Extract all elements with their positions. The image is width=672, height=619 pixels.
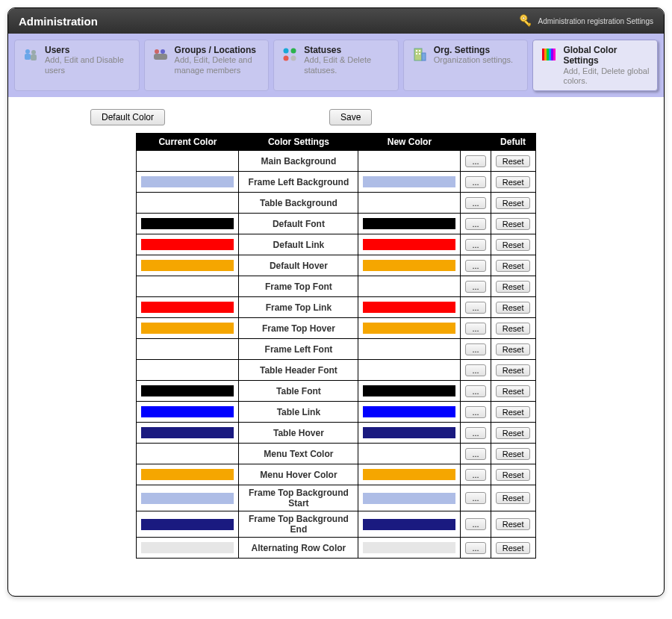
color-picker-button[interactable]: ... (465, 406, 485, 418)
new-color-cell (358, 255, 461, 276)
color-picker-button[interactable]: ... (465, 448, 485, 460)
pick-cell: ... (461, 464, 491, 485)
svg-point-9 (161, 49, 165, 54)
th-new: New Color (358, 134, 461, 151)
color-picker-button[interactable]: ... (465, 176, 485, 188)
color-setting-label: Table Link (239, 402, 358, 423)
tab-users-title: Users (45, 45, 133, 55)
new-color-swatch (363, 323, 455, 334)
reset-button[interactable]: Reset (496, 260, 531, 272)
color-picker-button[interactable]: ... (465, 364, 485, 376)
reset-button[interactable]: Reset (496, 343, 531, 355)
color-picker-button[interactable]: ... (465, 427, 485, 439)
svg-rect-7 (31, 55, 37, 60)
reset-button[interactable]: Reset (496, 492, 531, 504)
current-color-swatch (141, 260, 234, 271)
reset-button[interactable]: Reset (496, 197, 531, 209)
reset-cell: Reset (491, 485, 535, 511)
svg-rect-19 (419, 53, 420, 55)
reset-button[interactable]: Reset (496, 385, 531, 397)
save-button[interactable]: Save (329, 109, 372, 125)
svg-point-13 (284, 56, 289, 61)
reset-button[interactable]: Reset (496, 281, 531, 293)
reset-button[interactable]: Reset (496, 302, 531, 314)
reset-button[interactable]: Reset (496, 406, 531, 418)
building-icon (410, 45, 429, 64)
current-color-cell (137, 444, 239, 464)
current-color-cell (137, 234, 239, 255)
table-row: Frame Top Background Start...Reset (137, 485, 535, 511)
new-color-swatch (363, 302, 455, 313)
tab-org-sub: Organization settings. (434, 55, 522, 65)
reset-button[interactable]: Reset (496, 176, 531, 188)
color-picker-button[interactable]: ... (465, 343, 485, 355)
color-picker-button[interactable]: ... (465, 469, 485, 481)
color-picker-button[interactable]: ... (465, 323, 485, 335)
reset-button[interactable]: Reset (496, 518, 531, 530)
action-button-row: Default Color Save (90, 109, 649, 125)
new-color-swatch (363, 519, 455, 530)
color-picker-button[interactable]: ... (465, 492, 485, 504)
current-color-cell (137, 193, 239, 214)
current-color-cell (137, 255, 239, 276)
current-color-cell (137, 511, 239, 538)
reset-button[interactable]: Reset (496, 323, 531, 335)
pick-cell: ... (461, 511, 491, 538)
current-color-swatch (141, 493, 234, 504)
new-color-cell (358, 444, 461, 464)
reset-button[interactable]: Reset (496, 218, 531, 230)
svg-rect-25 (551, 49, 553, 60)
color-picker-button[interactable]: ... (465, 260, 485, 272)
current-color-cell (137, 402, 239, 423)
color-picker-button[interactable]: ... (465, 197, 485, 209)
tab-global-colors[interactable]: Global Color Settings Add, Edit, Delete … (532, 40, 658, 91)
tab-users[interactable]: Users Add, Edit and Disable users (14, 40, 140, 91)
reset-button[interactable]: Reset (496, 364, 531, 376)
color-picker-button[interactable]: ... (465, 218, 485, 230)
current-color-cell (137, 214, 239, 234)
default-color-button[interactable]: Default Color (90, 109, 165, 125)
color-setting-label: Menu Hover Color (239, 464, 358, 485)
table-row: Table Hover...Reset (137, 423, 535, 444)
pick-cell: ... (461, 234, 491, 255)
current-color-cell (137, 172, 239, 193)
tab-org-settings[interactable]: Org. Settings Organization settings. (403, 40, 529, 91)
tab-statuses[interactable]: Statuses Add, Edit & Delete statuses. (273, 40, 399, 91)
reset-button[interactable]: Reset (496, 448, 531, 460)
pick-cell: ... (461, 339, 491, 360)
svg-rect-24 (549, 49, 551, 60)
reset-button[interactable]: Reset (496, 542, 531, 554)
color-picker-button[interactable]: ... (465, 281, 485, 293)
color-picker-button[interactable]: ... (465, 239, 485, 251)
color-picker-button[interactable]: ... (465, 385, 485, 397)
reset-button[interactable]: Reset (496, 427, 531, 439)
reset-button[interactable]: Reset (496, 155, 531, 167)
color-setting-label: Default Font (239, 214, 358, 234)
pick-cell: ... (461, 297, 491, 318)
th-default: Defult (491, 134, 535, 151)
reset-button[interactable]: Reset (496, 469, 531, 481)
tab-groups[interactable]: Groups / Locations Add, Edit, Delete and… (144, 40, 270, 91)
pick-cell: ... (461, 423, 491, 444)
current-color-swatch (141, 323, 234, 334)
reset-button[interactable]: Reset (496, 239, 531, 251)
pick-cell: ... (461, 381, 491, 402)
current-color-swatch (141, 218, 234, 229)
new-color-swatch (363, 542, 455, 553)
color-picker-button[interactable]: ... (465, 518, 485, 530)
reset-cell: Reset (491, 339, 535, 360)
pick-cell: ... (461, 538, 491, 559)
current-color-cell (137, 464, 239, 485)
users-icon (21, 45, 40, 64)
new-color-cell (358, 538, 461, 559)
current-color-swatch (141, 542, 234, 553)
reset-cell: Reset (491, 151, 535, 172)
table-row: Frame Left Background...Reset (137, 172, 535, 193)
current-color-swatch (141, 385, 234, 396)
table-row: Menu Hover Color...Reset (137, 464, 535, 485)
new-color-swatch (363, 218, 455, 229)
current-color-cell (137, 423, 239, 444)
color-picker-button[interactable]: ... (465, 542, 485, 554)
color-picker-button[interactable]: ... (465, 302, 485, 314)
color-picker-button[interactable]: ... (465, 155, 485, 167)
